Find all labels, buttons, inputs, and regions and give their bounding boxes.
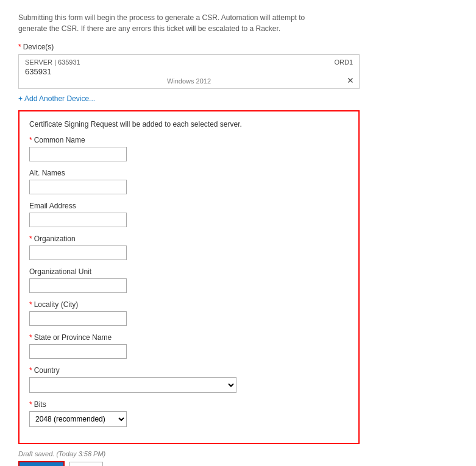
input-common-name[interactable] [29,147,127,161]
field-organization: *Organization [29,235,349,260]
field-locality: *Locality (City) [29,300,349,326]
add-device-label: Add Another Device... [24,94,95,103]
action-buttons: Submit Back [18,461,458,466]
field-organizational-unit: Organizational Unit [29,267,349,293]
draft-saved-text: Draft saved. (Today 3:58 PM) [18,450,458,457]
csr-form-container: Certificate Signing Request will be adde… [18,110,360,444]
field-bits: *Bits 2048 (recommended) 4096 1024 [29,400,349,427]
select-bits[interactable]: 2048 (recommended) 4096 1024 [29,411,127,427]
input-organizational-unit[interactable] [29,278,127,293]
required-marker: * [18,43,21,51]
csr-form-note: Certificate Signing Request will be adde… [29,120,349,129]
device-box-header: SERVER | 635931 ORD1 [25,58,353,66]
input-state-province[interactable] [29,344,127,359]
remove-device-button[interactable]: ✕ [347,76,354,85]
input-locality[interactable] [29,311,127,326]
devices-label: *Device(s) [18,43,458,51]
input-alt-names[interactable] [29,180,127,194]
intro-text: Submitting this form will begin the proc… [18,12,335,34]
device-os: Windows 2012 [25,77,353,85]
field-common-name: *Common Name [29,136,349,161]
field-alt-names: Alt. Names [29,169,349,194]
label-locality: *Locality (City) [29,300,349,309]
label-alt-names: Alt. Names [29,169,349,177]
field-country: *Country US - United States GB - United … [29,366,349,393]
submit-button[interactable]: Submit [18,461,65,466]
add-device-link[interactable]: + Add Another Device... [18,94,95,103]
input-organization[interactable] [29,245,127,260]
input-email-address[interactable] [29,213,127,227]
device-type-id: SERVER | 635931 [25,58,80,66]
label-state-province: *State or Province Name [29,333,349,342]
label-email-address: Email Address [29,202,349,210]
label-organization: *Organization [29,235,349,243]
label-common-name: *Common Name [29,136,349,144]
select-country[interactable]: US - United States GB - United Kingdom C… [29,377,236,393]
field-email-address: Email Address [29,202,349,227]
label-organizational-unit: Organizational Unit [29,267,349,276]
label-bits: *Bits [29,400,349,409]
device-location: ORD1 [334,58,353,66]
device-id-number: 635931 [25,67,353,76]
field-state-province: *State or Province Name [29,333,349,359]
plus-icon: + [18,94,23,103]
label-country: *Country [29,366,349,375]
device-box: SERVER | 635931 ORD1 635931 Windows 2012… [18,54,360,89]
back-button[interactable]: Back [69,462,103,466]
